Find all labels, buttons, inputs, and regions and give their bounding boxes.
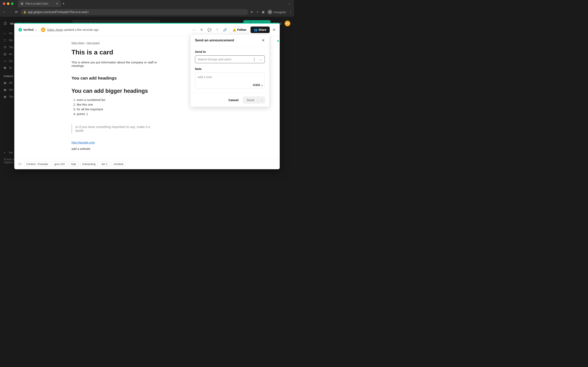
chevron-down-icon: ⌄ — [35, 29, 37, 31]
heading-1: You can add bigger headings — [71, 88, 161, 94]
breadcrumb-link-1[interactable]: New Hires — [71, 42, 84, 44]
tab-row: G This is a card | Guru ✕ + — [16, 0, 66, 7]
share-icon: 👥 — [254, 28, 257, 31]
card-footer: 🏷 Context - Example guru-101 help onboar… — [14, 159, 280, 169]
browser-tab[interactable]: G This is a card | Guru ✕ — [18, 0, 61, 7]
announcement-footer: Cancel Send ⌄ — [190, 93, 269, 107]
note-placeholder: Add a note — [198, 75, 212, 79]
list-item: like this one — [77, 102, 161, 107]
tag-chip[interactable]: Context - Example — [24, 161, 51, 167]
share-label: Share — [259, 28, 267, 31]
breadcrumb-link-2[interactable]: new board — [86, 42, 99, 44]
heart-icon[interactable]: ♡ — [214, 26, 221, 33]
incognito-badge[interactable]: 🕶 Incognito — [268, 9, 286, 15]
author-avatar[interactable]: DJ — [41, 27, 45, 32]
check-icon: ✓ — [18, 28, 22, 32]
browser-menu-icon[interactable]: ⋮ — [289, 10, 292, 14]
update-meta: Daisy Jonas updated a few seconds ago — [47, 28, 99, 31]
header-actions: ⋯ ✎ 💬 ♡ 🔗 🔔 Follow 👥 Share ✕ — [191, 26, 276, 33]
incognito-icon: 🕶 — [268, 9, 272, 15]
verified-badge[interactable]: ✓ Verified ⌄ — [18, 28, 37, 32]
breadcrumb-sep: › — [85, 42, 86, 44]
send-button[interactable]: Send — [243, 96, 258, 104]
share-button[interactable]: 👥 Share — [251, 26, 270, 33]
resize-handle-icon[interactable]: ◢ — [261, 84, 263, 86]
ordered-list: even a numbered list like this one for a… — [71, 98, 161, 116]
send-to-placeholder: Search Groups and users — [198, 58, 231, 61]
tag-icon: 🏷 — [18, 162, 22, 166]
tag-chip[interactable]: help — [69, 161, 78, 167]
guru-favicon-icon: G — [20, 2, 24, 5]
tab-close-icon[interactable]: ✕ — [56, 2, 58, 5]
close-modal-icon[interactable]: ✕ — [273, 27, 276, 32]
char-count: 0/350 ◢ — [253, 83, 263, 87]
quote-block: or if you have something important to sa… — [71, 124, 161, 133]
forward-button: → — [8, 10, 12, 14]
address-row: ← → ⟳ 🔒 app.getguru.com/card/Tr4Aya6c/Th… — [0, 7, 294, 17]
announcement-body: Send to Search Groups and users ⌄ Note A… — [190, 47, 269, 93]
card-title: This is a card — [71, 49, 161, 56]
tab-dropdown-icon[interactable]: ⌄ — [288, 2, 294, 5]
heading-2: You can add headings — [71, 76, 161, 81]
bookmark-icon[interactable]: ☆ — [256, 10, 259, 14]
announcement-panel: Send an announcement ✕ Send to Search Gr… — [190, 34, 269, 107]
note-textarea[interactable]: Add a note 0/350 ◢ — [195, 73, 265, 89]
list-item: even a numbered list — [77, 98, 161, 102]
follow-button[interactable]: 🔔 Follow — [229, 26, 249, 33]
chevron-down-icon[interactable]: ⌄ — [259, 58, 262, 61]
cancel-button[interactable]: Cancel — [226, 96, 241, 104]
back-button[interactable]: ← — [2, 10, 6, 14]
window-controls — [0, 0, 16, 7]
card-content: New Hires › new board This is a card Thi… — [14, 36, 218, 159]
modal-overlay: ✓ Verified ⌄ DJ Daisy Jonas updated a fe… — [0, 18, 294, 184]
tag-chip[interactable]: zendesk — [112, 161, 126, 167]
edit-icon[interactable]: ✎ — [199, 26, 205, 33]
announcement-header: Send an announcement ✕ — [190, 34, 269, 47]
browser-chrome: G This is a card | Guru ✕ + ⌄ ← → ⟳ 🔒 ap… — [0, 0, 294, 17]
send-to-label: Send to — [195, 50, 265, 53]
window-maximize-icon[interactable] — [11, 2, 13, 5]
window-close-icon[interactable] — [3, 2, 5, 5]
url-text: app.getguru.com/card/Tr4Aya6c/This-is-a-… — [28, 10, 89, 14]
external-link[interactable]: http://google.com — [71, 141, 95, 144]
send-dropdown-button[interactable]: ⌄ — [258, 96, 265, 104]
breadcrumbs: New Hires › new board — [71, 42, 161, 44]
card-modal: ✓ Verified ⌄ DJ Daisy Jonas updated a fe… — [14, 23, 280, 169]
tab-title: This is a card | Guru — [25, 2, 48, 5]
card-description: This is where you put information about … — [71, 60, 161, 67]
tag-chip[interactable]: tier 1 — [99, 161, 110, 167]
announcement-title: Send an announcement — [195, 38, 234, 42]
list-item: for all the important — [77, 107, 161, 111]
announcement-close-icon[interactable]: ✕ — [262, 38, 265, 43]
comment-icon[interactable]: 💬 — [206, 26, 213, 33]
note-label: Note — [195, 67, 265, 71]
text-cursor — [254, 58, 254, 61]
lock-icon: 🔒 — [23, 11, 26, 13]
author-name-link[interactable]: Daisy Jonas — [47, 28, 63, 31]
tag-chip[interactable]: onboarding — [80, 161, 98, 167]
extension-icon[interactable]: ▣ — [262, 10, 265, 14]
plain-text: add a website — [71, 147, 161, 150]
update-text: updated a few seconds ago — [64, 28, 99, 31]
window-minimize-icon[interactable] — [7, 2, 9, 5]
reload-button[interactable]: ⟳ — [14, 10, 18, 14]
follow-label: Follow — [237, 28, 246, 31]
send-to-combobox[interactable]: Search Groups and users ⌄ — [195, 55, 265, 63]
verified-label: Verified — [23, 28, 34, 31]
send-button-group: Send ⌄ — [243, 96, 265, 104]
more-icon[interactable]: ⋯ — [191, 26, 197, 33]
link-icon[interactable]: 🔗 — [222, 26, 228, 33]
list-item: points :) — [77, 111, 161, 116]
new-tab-button[interactable]: + — [62, 2, 65, 6]
url-bar[interactable]: 🔒 app.getguru.com/card/Tr4Aya6c/This-is-… — [20, 9, 248, 15]
tag-chip[interactable]: guru-101 — [52, 161, 67, 167]
browser-action-icons: 👁 ☆ ▣ 🕶 Incognito ⋮ — [250, 9, 292, 15]
bell-icon: 🔔 — [233, 28, 236, 31]
scroll-indicator — [277, 40, 279, 42]
eye-off-icon[interactable]: 👁 — [250, 10, 253, 14]
incognito-label: Incognito — [274, 10, 286, 14]
